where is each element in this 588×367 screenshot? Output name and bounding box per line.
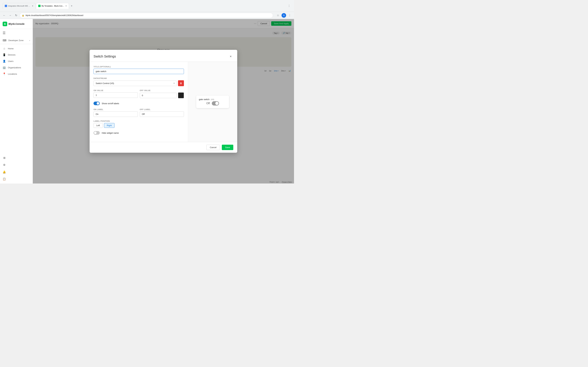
browser-tab-2[interactable]: My Templates - Blynk.Conso... × <box>36 3 69 9</box>
hide-widget-label: Hide widget name <box>102 132 119 134</box>
label-position-group: LABEL POSITION Left Right <box>94 120 184 128</box>
devices-icon: 📱 <box>3 53 6 56</box>
url-text: blynk.cloud/dashboard/550743/templates/e… <box>26 14 271 17</box>
label-position-label: LABEL POSITION <box>94 120 184 122</box>
on-label-input[interactable] <box>94 111 138 117</box>
sidebar-icon-nav: ⊞ ⚙ 🔔 📋 <box>0 153 33 184</box>
developer-zone-label: Developer Zone <box>8 39 24 42</box>
show-labels-toggle-row: Show on/off labels <box>94 101 184 105</box>
sidebar-item-developer-zone[interactable]: ⌨ Developer Zone › <box>0 37 33 44</box>
datastream-delete-button[interactable]: 🗑 <box>178 80 184 86</box>
show-labels-toggle[interactable] <box>94 101 100 105</box>
preview-state-label: Off <box>206 102 210 105</box>
browser-chrome: Integration Microsoft 365 Em... × My Tem… <box>0 0 294 12</box>
sidebar-nav: ⌂ Home 📱 Devices 👤 Users 🏢 Organizations… <box>0 44 33 78</box>
bookmark-button[interactable]: ☆ <box>276 13 280 18</box>
users-icon: 👤 <box>3 60 6 63</box>
modal-footer: Cancel Save <box>90 142 237 153</box>
datastream-label: Datastream <box>94 77 184 79</box>
label-position-row: Left Right <box>94 123 184 128</box>
logo-icon: B <box>3 22 7 26</box>
modal-preview-panel: gate switch (V0) Off <box>188 62 237 142</box>
lock-icon: 🔒 <box>22 14 24 17</box>
sidebar-item-devices[interactable]: 📱 Devices <box>0 52 33 58</box>
title-input[interactable] <box>94 69 184 74</box>
sidebar-logo: B Blynk.Console <box>0 19 33 29</box>
switch-settings-modal: Switch Settings × TITLE (OPTIONAL) Datas… <box>90 50 237 153</box>
tab2-close[interactable]: × <box>65 5 67 7</box>
settings-icon: ⚙ <box>3 163 6 167</box>
tab-bar: Integration Microsoft 365 Em... × My Tem… <box>3 3 284 9</box>
widget-preview-card: gate switch (V0) Off <box>196 96 229 108</box>
back-button[interactable]: ← <box>2 13 7 18</box>
main-content: My organization · 3555RQ · ··· Cancel Sa… <box>33 19 294 184</box>
tab2-label: My Templates - Blynk.Conso... <box>42 5 64 7</box>
hide-widget-toggle[interactable] <box>94 131 100 135</box>
off-label-col: OFF LABEL <box>140 108 184 117</box>
developer-zone-arrow: › <box>29 39 30 42</box>
modal-close-button[interactable]: × <box>228 54 233 59</box>
modal-body: TITLE (OPTIONAL) Datastream Switch Contr… <box>90 62 237 142</box>
off-label-input[interactable] <box>140 111 184 117</box>
position-right-button[interactable]: Right <box>104 123 114 128</box>
profile-avatar[interactable]: N <box>282 13 286 18</box>
datastream-form-group: Datastream Switch Control (V0) ▾ 🗑 <box>94 77 184 86</box>
browser-icons: ⋮ <box>287 4 291 8</box>
developer-zone-icon: ⌨ <box>3 39 6 42</box>
datastream-row: Switch Control (V0) ▾ 🗑 <box>94 80 184 86</box>
tab1-close[interactable]: × <box>32 5 33 7</box>
hamburger-menu[interactable]: ☰ <box>0 29 33 37</box>
browser-action-icons: ☆ N ⋮ <box>276 13 292 18</box>
sidebar-doc-icon[interactable]: 📋 <box>0 176 33 182</box>
datastream-select[interactable]: Switch Control (V0) ▾ <box>94 81 177 86</box>
on-label-col: ON LABEL <box>94 108 138 117</box>
on-value-label: ON VALUE <box>94 90 138 92</box>
show-labels-label: Show on/off labels <box>102 102 119 105</box>
off-value-label: OFF VALUE <box>140 90 184 92</box>
datastream-select-arrow: ▾ <box>173 82 174 84</box>
home-icon: ⌂ <box>3 47 6 50</box>
label-inputs-row: ON LABEL OFF LABEL <box>94 108 184 117</box>
address-bar[interactable]: 🔒 blynk.cloud/dashboard/550743/templates… <box>20 13 273 18</box>
extensions-button[interactable]: ⋮ <box>287 4 291 8</box>
preview-state-row: Off <box>199 101 226 106</box>
logo-text: Blynk.Console <box>9 23 25 25</box>
modal-save-button[interactable]: Save <box>222 145 233 150</box>
color-swatch[interactable] <box>178 92 184 98</box>
organizations-label: Organizations <box>8 66 21 69</box>
modal-form-panel: TITLE (OPTIONAL) Datastream Switch Contr… <box>90 62 188 142</box>
locations-icon: 📍 <box>3 72 6 75</box>
datastream-select-text: Switch Control (V0) <box>96 82 173 84</box>
off-value-input[interactable] <box>140 93 177 98</box>
off-value-col: OFF VALUE <box>140 90 184 98</box>
grid-icon: ⊞ <box>3 156 6 159</box>
position-left-button[interactable]: Left <box>94 123 103 128</box>
sidebar-item-locations[interactable]: 📍 Locations <box>0 71 33 77</box>
doc-icon: 📋 <box>3 177 6 181</box>
modal-header: Switch Settings × <box>90 50 237 62</box>
value-row: ON VALUE OFF VALUE <box>94 90 184 98</box>
title-form-group: TITLE (OPTIONAL) <box>94 66 184 74</box>
off-label-label: OFF LABEL <box>140 108 184 110</box>
sidebar-settings-icon[interactable]: ⚙ <box>0 162 33 168</box>
sidebar-item-organizations[interactable]: 🏢 Organizations <box>0 64 33 71</box>
forward-button[interactable]: → <box>8 13 12 18</box>
browser-tab-1[interactable]: Integration Microsoft 365 Em... × <box>3 3 35 9</box>
menu-button[interactable]: ⋮ <box>287 13 292 18</box>
sidebar-item-home[interactable]: ⌂ Home <box>0 45 33 52</box>
reload-button[interactable]: ↻ <box>14 13 18 18</box>
new-tab-button[interactable]: + <box>69 4 74 8</box>
tab1-label: Integration Microsoft 365 Em... <box>8 5 31 7</box>
preview-toggle[interactable] <box>212 101 219 106</box>
on-value-input[interactable] <box>94 92 138 98</box>
users-label: Users <box>8 60 13 62</box>
locations-label: Locations <box>8 73 17 75</box>
modal-cancel-button[interactable]: Cancel <box>206 145 220 150</box>
sidebar-bell-icon[interactable]: 🔔 <box>0 169 33 175</box>
on-label-label: ON LABEL <box>94 108 138 110</box>
sidebar-grid-icon[interactable]: ⊞ <box>0 155 33 161</box>
bell-icon: 🔔 <box>3 170 6 174</box>
sidebar-item-users[interactable]: 👤 Users <box>0 58 33 64</box>
address-bar-row: ← → ↻ 🔒 blynk.cloud/dashboard/550743/tem… <box>0 12 294 19</box>
preview-widget-subtitle: (V0) <box>211 99 214 100</box>
